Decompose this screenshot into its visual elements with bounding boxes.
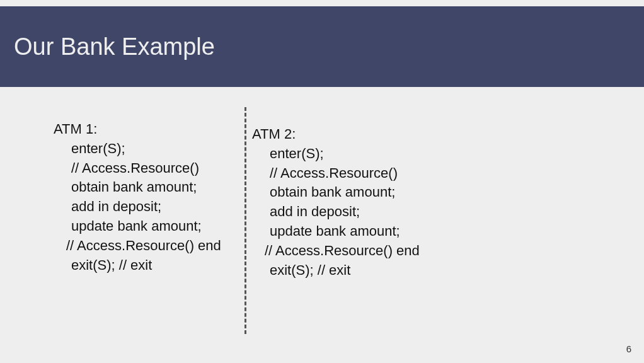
atm2-line-exit: exit(S); // exit: [252, 261, 466, 280]
atm2-line-obtain: obtain bank amount;: [252, 183, 466, 202]
content-area: ATM 1: enter(S); // Access.Resource() ob…: [0, 107, 644, 363]
atm1-line-access: // Access.Resource(): [54, 159, 243, 178]
atm2-line-update: update bank amount;: [252, 222, 466, 241]
atm2-line-access: // Access.Resource(): [252, 164, 466, 183]
page-number: 6: [626, 343, 631, 354]
atm1-line-update: update bank amount;: [54, 217, 243, 236]
atm1-label: ATM 1:: [54, 120, 243, 139]
atm2-line-add: add in deposit;: [252, 202, 466, 222]
atm1-line-exit: exit(S); // exit: [54, 256, 243, 275]
atm1-line-add: add in deposit;: [54, 197, 243, 217]
atm2-line-accessend: // Access.Resource() end: [252, 241, 466, 261]
two-columns: ATM 1: enter(S); // Access.Resource() ob…: [0, 120, 644, 280]
slide-title: Our Bank Example: [14, 33, 215, 60]
atm2-column: ATM 2: enter(S); // Access.Resource() ob…: [252, 125, 466, 280]
atm1-line-enter: enter(S);: [54, 139, 243, 159]
atm2-label: ATM 2:: [252, 125, 466, 144]
slide: Our Bank Example ATM 1: enter(S); // Acc…: [0, 0, 644, 363]
atm1-line-accessend: // Access.Resource() end: [54, 236, 243, 256]
title-band: Our Bank Example: [0, 6, 644, 87]
atm1-column: ATM 1: enter(S); // Access.Resource() ob…: [54, 120, 243, 275]
atm2-line-enter: enter(S);: [252, 144, 466, 164]
atm1-line-obtain: obtain bank amount;: [54, 178, 243, 197]
